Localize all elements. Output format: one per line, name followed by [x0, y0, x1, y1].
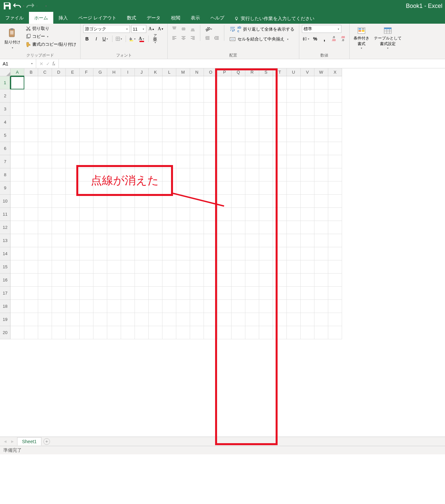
- cell[interactable]: [80, 234, 93, 247]
- cell[interactable]: [314, 181, 328, 195]
- cell[interactable]: [328, 221, 342, 234]
- cell[interactable]: [11, 142, 24, 155]
- column-header[interactable]: W: [314, 68, 328, 76]
- cell[interactable]: [149, 103, 162, 116]
- cell[interactable]: [176, 247, 190, 260]
- cell[interactable]: [11, 287, 24, 300]
- cell[interactable]: [314, 300, 328, 313]
- cell[interactable]: [52, 208, 66, 221]
- cell[interactable]: [121, 129, 135, 142]
- cell[interactable]: [287, 300, 301, 313]
- paste-dropdown[interactable]: ▾: [11, 46, 14, 49]
- row-header[interactable]: 6: [0, 142, 11, 155]
- cell[interactable]: [24, 300, 38, 313]
- phonetic-guide-button[interactable]: ア亜▾: [151, 35, 159, 43]
- select-all-corner[interactable]: [0, 68, 11, 76]
- cell[interactable]: [162, 274, 176, 287]
- cell[interactable]: [93, 287, 107, 300]
- row-header[interactable]: 13: [0, 234, 11, 247]
- tab-review[interactable]: 校閲: [166, 12, 185, 24]
- cell[interactable]: [176, 155, 190, 168]
- cell[interactable]: [301, 103, 314, 116]
- row-header[interactable]: 14: [0, 247, 11, 260]
- sheet-nav-prev[interactable]: ◀: [3, 440, 8, 443]
- cell[interactable]: [190, 247, 204, 260]
- paste-button[interactable]: 貼り付け ▾: [3, 25, 22, 52]
- row-header[interactable]: 1: [0, 76, 11, 89]
- cell[interactable]: [66, 326, 80, 339]
- tell-me-search[interactable]: 実行したい作業を入力してください: [230, 14, 319, 24]
- cell[interactable]: [190, 313, 204, 326]
- column-header[interactable]: C: [38, 68, 52, 76]
- row-header[interactable]: 4: [0, 116, 11, 129]
- column-header[interactable]: D: [52, 68, 66, 76]
- cell[interactable]: [176, 142, 190, 155]
- accounting-format-button[interactable]: ▾: [302, 35, 310, 43]
- cell[interactable]: [24, 103, 38, 116]
- cell[interactable]: [121, 103, 135, 116]
- cell[interactable]: [176, 274, 190, 287]
- cell[interactable]: [314, 116, 328, 129]
- row-header[interactable]: 10: [0, 195, 11, 208]
- cell[interactable]: [93, 274, 107, 287]
- cell[interactable]: [287, 287, 301, 300]
- cell[interactable]: [287, 313, 301, 326]
- cell[interactable]: [66, 195, 80, 208]
- row-header[interactable]: 16: [0, 274, 11, 287]
- column-header[interactable]: I: [121, 68, 135, 76]
- shrink-font-button[interactable]: A▼: [157, 25, 165, 33]
- qat-customize[interactable]: ▾: [45, 5, 47, 8]
- cell[interactable]: [93, 300, 107, 313]
- cell[interactable]: [190, 181, 204, 195]
- cell[interactable]: [11, 221, 24, 234]
- cell[interactable]: [66, 89, 80, 103]
- cell[interactable]: [52, 300, 66, 313]
- cell[interactable]: [328, 287, 342, 300]
- cell[interactable]: [107, 221, 121, 234]
- cell[interactable]: [149, 142, 162, 155]
- cell[interactable]: [190, 300, 204, 313]
- cut-button[interactable]: 切り取り: [24, 25, 78, 32]
- column-header[interactable]: F: [80, 68, 93, 76]
- cell[interactable]: [11, 155, 24, 168]
- align-top-button[interactable]: [170, 25, 178, 33]
- cell[interactable]: [190, 129, 204, 142]
- cell[interactable]: [328, 89, 342, 103]
- cell[interactable]: [162, 234, 176, 247]
- cell[interactable]: [80, 300, 93, 313]
- cell[interactable]: [190, 221, 204, 234]
- cell[interactable]: [38, 129, 52, 142]
- cell[interactable]: [93, 116, 107, 129]
- cell[interactable]: [38, 116, 52, 129]
- cell[interactable]: [80, 76, 93, 89]
- cell[interactable]: [52, 142, 66, 155]
- cell[interactable]: [24, 260, 38, 274]
- row-header[interactable]: 3: [0, 103, 11, 116]
- cell[interactable]: [121, 260, 135, 274]
- cell[interactable]: [11, 313, 24, 326]
- cell[interactable]: [24, 142, 38, 155]
- cell[interactable]: [38, 76, 52, 89]
- borders-button[interactable]: ▾: [115, 35, 123, 43]
- cell[interactable]: [314, 208, 328, 221]
- cell[interactable]: [135, 274, 149, 287]
- cell[interactable]: [52, 181, 66, 195]
- cell[interactable]: [38, 181, 52, 195]
- cell[interactable]: [93, 76, 107, 89]
- cell[interactable]: [121, 247, 135, 260]
- cell[interactable]: [24, 287, 38, 300]
- cell[interactable]: [80, 313, 93, 326]
- tab-insert[interactable]: 挿入: [53, 12, 73, 24]
- cell[interactable]: [176, 326, 190, 339]
- cell[interactable]: [107, 116, 121, 129]
- cell[interactable]: [80, 142, 93, 155]
- cell[interactable]: [38, 155, 52, 168]
- cell[interactable]: [80, 274, 93, 287]
- grow-font-button[interactable]: A▲: [148, 25, 156, 33]
- cell[interactable]: [301, 208, 314, 221]
- formula-input[interactable]: [59, 59, 445, 68]
- format-as-table-button[interactable]: テーブルとして 書式設定▾: [373, 25, 403, 53]
- cell[interactable]: [66, 234, 80, 247]
- cell[interactable]: [287, 89, 301, 103]
- cell[interactable]: [287, 103, 301, 116]
